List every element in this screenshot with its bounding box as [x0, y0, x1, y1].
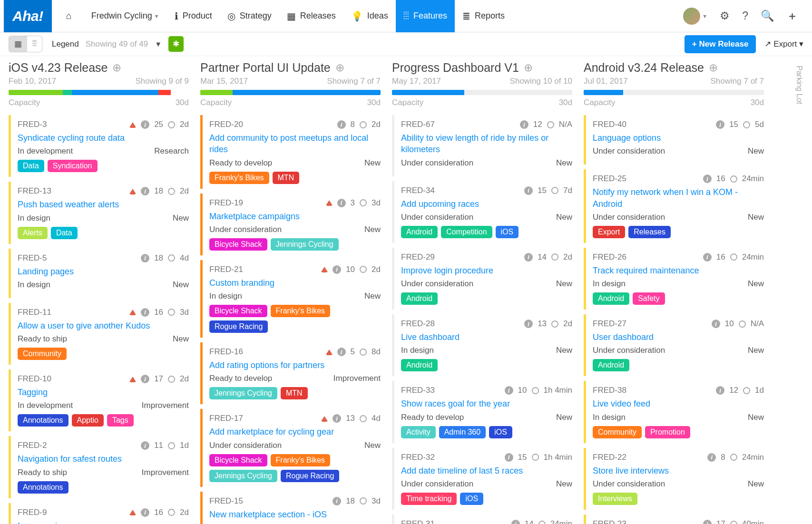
tag[interactable]: Android	[593, 359, 629, 371]
board-view-icon[interactable]: ▦	[9, 36, 27, 52]
tag[interactable]: iOS	[489, 426, 512, 438]
feature-card[interactable]: FRED-15i183dNew marketplace section - iO…	[200, 492, 381, 524]
tag[interactable]: MTN	[281, 387, 308, 399]
feature-card[interactable]: FRED-17i134dAdd marketplace for cycling …	[200, 409, 381, 486]
tag[interactable]: Data	[18, 160, 44, 172]
tag[interactable]: Time tracking	[401, 493, 457, 505]
feature-card[interactable]: FRED-2i111dNavigation for safest routesR…	[9, 436, 189, 498]
feature-title[interactable]: Navigation for safest routes	[18, 453, 189, 465]
tag[interactable]: Rogue Racing	[209, 320, 268, 333]
feature-title[interactable]: Allow a user to give another Kudos	[18, 320, 189, 331]
feature-card[interactable]: FRED-29i142dImprove login procedureUnder…	[392, 248, 572, 310]
feature-title[interactable]: Add rating options for partners	[209, 359, 381, 371]
feature-title[interactable]: Push based weather alerts	[18, 199, 189, 210]
feature-card[interactable]: FRED-26i1624minTrack required maintenanc…	[584, 248, 764, 310]
nav-features[interactable]: ⦙⦙⦙Features	[396, 0, 455, 32]
feature-title[interactable]: Marketplace campaigns	[209, 211, 381, 222]
tag[interactable]: Competition	[441, 226, 492, 238]
feature-title[interactable]: Track required maintenance	[593, 265, 764, 276]
feature-card[interactable]: FRED-27i10N/AUser dashboardUnder conside…	[584, 314, 764, 376]
add-feature-icon[interactable]: ⊕	[335, 61, 344, 74]
filter-icon[interactable]: ▼	[155, 40, 162, 48]
feature-card[interactable]: FRED-25i1624minNotify my network when I …	[584, 169, 764, 243]
tag[interactable]: Jennings Cycling	[209, 387, 277, 399]
feature-title[interactable]: Improve login procedure	[401, 265, 572, 276]
tag[interactable]: Promotion	[645, 426, 690, 438]
nav-product[interactable]: ℹProduct	[167, 0, 220, 32]
tag[interactable]: iOS	[496, 226, 519, 238]
logo[interactable]: Aha!	[4, 0, 52, 32]
add-feature-icon[interactable]: ⊕	[112, 61, 121, 74]
feature-card[interactable]: FRED-33i101h 4minShow races goal for the…	[392, 381, 572, 443]
feature-card[interactable]: FRED-16i58dAdd rating options for partne…	[200, 342, 381, 404]
feature-title[interactable]: Improve sign-up process	[18, 520, 189, 524]
release-title[interactable]: Partner Portal UI Update	[200, 61, 331, 75]
tag[interactable]: Annotations	[18, 414, 68, 427]
feature-title[interactable]: Language options	[593, 132, 764, 144]
tag[interactable]: Android	[401, 292, 438, 305]
feature-card[interactable]: FRED-11i163dAllow a user to give another…	[9, 303, 189, 365]
nav-releases[interactable]: ▦Releases	[279, 0, 343, 32]
nav-reports[interactable]: ≣Reports	[455, 0, 512, 32]
feature-title[interactable]: Add upcoming races	[401, 198, 572, 210]
help-icon[interactable]: ?	[742, 10, 748, 22]
tag[interactable]: Bicycle Shack	[209, 305, 267, 317]
tag[interactable]: Annotations	[18, 481, 68, 494]
feature-title[interactable]: Custom branding	[209, 277, 381, 289]
add-feature-icon[interactable]: ⊕	[524, 61, 533, 74]
feature-card[interactable]: FRED-9i162dImprove sign-up processReady …	[9, 503, 189, 524]
feature-title[interactable]: New marketplace section - iOS	[209, 509, 381, 520]
avatar-menu[interactable]: ▼	[683, 8, 707, 25]
tag[interactable]: Android	[593, 292, 629, 305]
tag[interactable]: Android	[401, 226, 438, 238]
feature-card[interactable]: FRED-38i121dLive video feedIn designNewC…	[584, 381, 764, 443]
export-dropdown[interactable]: ↗ Export ▾	[764, 39, 803, 49]
add-icon[interactable]: ＋	[787, 9, 798, 23]
add-feature-icon[interactable]: ⊕	[709, 61, 718, 74]
feature-title[interactable]: Add marketplace for cycling gear	[209, 426, 381, 437]
tag[interactable]: Android	[401, 359, 438, 371]
tag[interactable]: Admin 360	[439, 426, 486, 438]
feature-title[interactable]: Live dashboard	[401, 331, 572, 343]
feature-title[interactable]: Landing pages	[18, 266, 189, 277]
tag[interactable]: Apptio	[72, 414, 104, 427]
feature-card[interactable]: FRED-13i182dPush based weather alertsIn …	[9, 182, 189, 243]
workspace-dropdown[interactable]: Fredwin Cycling▼	[84, 0, 167, 32]
release-title[interactable]: Progress Dashboard V1	[392, 61, 519, 75]
tag[interactable]: Community	[593, 426, 642, 438]
new-release-button[interactable]: + New Release	[685, 35, 756, 53]
feature-title[interactable]: Ability to view length of ride by miles …	[401, 132, 572, 155]
feature-card[interactable]: FRED-23i1740minNew marketplace section -…	[584, 514, 764, 524]
feature-card[interactable]: FRED-19i33dMarketplace campaignsUnder co…	[200, 194, 381, 255]
settings-button[interactable]: ✱	[168, 36, 184, 52]
tag[interactable]: MTN	[273, 172, 300, 184]
feature-title[interactable]: Add community to post meetups and local …	[209, 132, 381, 155]
tag[interactable]: Interviews	[593, 493, 637, 505]
feature-card[interactable]: FRED-34i157dAdd upcoming racesUnder cons…	[392, 181, 572, 243]
nav-strategy[interactable]: ◎Strategy	[220, 0, 279, 32]
tag[interactable]: Tags	[107, 414, 134, 427]
feature-title[interactable]: Show races goal for the year	[401, 398, 572, 409]
nav-ideas[interactable]: 💡Ideas	[343, 0, 396, 32]
tag[interactable]: iOS	[460, 493, 483, 505]
tag[interactable]: Safety	[633, 292, 665, 305]
feature-title[interactable]: Syndicate cycling route data	[18, 132, 189, 144]
feature-card[interactable]: FRED-10i172dTaggingIn developmentImprove…	[9, 369, 189, 431]
release-title[interactable]: iOS v4.23 Release	[9, 61, 108, 75]
home-button[interactable]: ⌂	[59, 0, 84, 32]
parking-lot-toggle[interactable]: ‹Parking Lot	[793, 62, 812, 108]
feature-title[interactable]: Live video feed	[593, 398, 764, 409]
feature-title[interactable]: Add date timeline of last 5 races	[401, 465, 572, 476]
tag[interactable]: Jennings Cycling	[209, 470, 277, 482]
tag[interactable]: Alerts	[18, 227, 48, 239]
release-title[interactable]: Android v3.24 Release	[584, 61, 704, 75]
tag[interactable]: Bicycle Shack	[209, 454, 267, 466]
tag[interactable]: Franky's Bikes	[271, 305, 331, 317]
tag[interactable]: Bicycle Shack	[209, 238, 267, 251]
feature-card[interactable]: FRED-21i102dCustom brandingIn designNewB…	[200, 260, 381, 338]
tag[interactable]: Export	[593, 226, 625, 238]
view-toggle[interactable]: ▦ ⦙⦙⦙	[9, 36, 42, 52]
tag[interactable]: Franky's Bikes	[271, 454, 331, 466]
feature-card[interactable]: FRED-28i132dLive dashboardIn designNewAn…	[392, 314, 572, 376]
feature-title[interactable]: Tagging	[18, 387, 189, 398]
